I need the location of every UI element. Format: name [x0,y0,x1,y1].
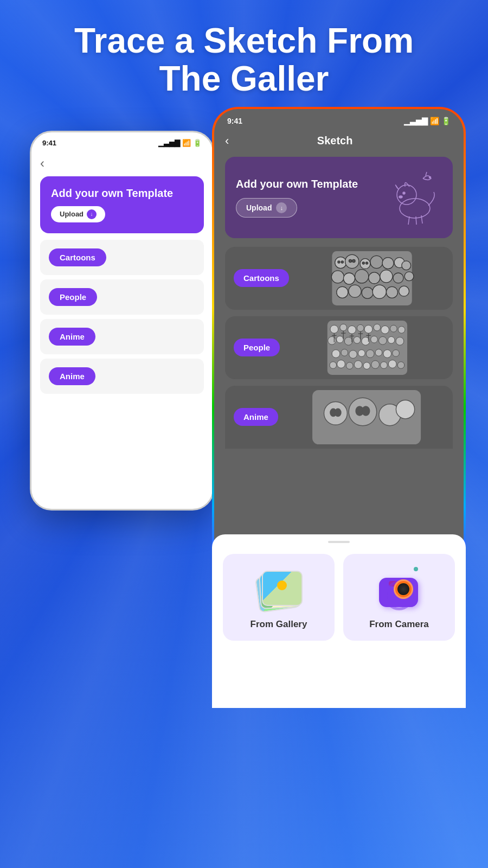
front-people-pill: People [234,339,280,356]
svg-point-37 [340,324,347,331]
svg-point-36 [330,325,338,333]
svg-point-34 [365,262,368,264]
svg-point-7 [429,176,431,178]
svg-point-39 [357,324,364,331]
svg-point-63 [337,360,345,368]
back-content: Add your own Template Upload ↓ Cartoons … [31,176,213,394]
svg-point-30 [341,261,343,263]
svg-point-33 [362,262,364,264]
svg-point-51 [379,336,387,344]
gallery-option-label: From Gallery [251,619,307,630]
svg-point-38 [348,326,356,334]
svg-point-65 [354,360,362,368]
svg-point-69 [389,360,397,368]
svg-point-56 [349,350,357,359]
camera-lens [394,579,413,599]
gallery-option[interactable]: From Gallery [223,554,335,641]
front-status-icons: ▁▃▅▇ 📶 🔋 [404,117,451,125]
front-anime-section[interactable]: Anime [225,386,453,449]
front-cartoons-section[interactable]: Cartoons [225,247,453,310]
back-status-icons: ▁▃▅▇ 📶 🔋 [158,139,202,147]
svg-point-26 [373,285,386,298]
svg-point-0 [400,199,430,218]
svg-point-66 [363,362,370,369]
camera-dot [414,567,418,571]
back-people-pill: People [49,288,97,306]
bottom-sheet: From Gallery [214,534,464,706]
back-status-bar: 9:41 ▁▃▅▇ 📶 🔋 [31,132,213,150]
front-phone-inner: 9:41 ▁▃▅▇ 📶 🔋 ‹ Sketch Add your own Temp… [214,109,464,706]
front-download-icon: ↓ [276,202,287,213]
front-battery-icon: 🔋 [441,117,451,125]
svg-point-48 [354,336,361,343]
people-sketch-svg [288,321,446,375]
back-upload-label: Upload [60,210,84,218]
sheet-handle [328,541,350,543]
front-header: ‹ Sketch [214,130,464,157]
back-category-anime1[interactable]: Anime [40,319,204,354]
svg-point-6 [399,196,402,198]
back-category-people[interactable]: People [40,279,204,315]
svg-point-44 [398,326,405,333]
front-back-button[interactable]: ‹ [225,134,229,148]
svg-point-70 [397,362,404,369]
front-anime-pill: Anime [234,408,278,426]
people-thumbnail [288,321,446,375]
front-signal-icon: ▁▃▅▇ [404,117,428,125]
svg-point-9 [335,257,346,268]
back-category-cartoons[interactable]: Cartoons [40,240,204,275]
svg-point-57 [358,349,365,356]
svg-point-64 [346,362,354,369]
svg-point-29 [338,261,340,263]
svg-line-3 [416,216,416,225]
svg-point-22 [404,272,414,281]
back-category-anime2[interactable]: Anime [40,359,204,394]
cartoons-sketch-svg [298,251,446,305]
svg-point-58 [366,349,374,358]
camera-option[interactable]: From Camera [343,554,455,641]
front-title: Sketch [237,135,432,147]
gallery-sun [277,580,287,590]
svg-point-17 [343,273,355,284]
camera-lens-inner [397,583,409,595]
front-wifi-icon: 📶 [430,117,439,125]
svg-line-2 [408,216,409,225]
svg-point-41 [374,324,381,331]
headline: Trace a Sketch From The Galler [42,22,446,98]
back-upload-button[interactable]: Upload ↓ [51,206,105,222]
svg-point-61 [393,349,400,356]
svg-point-13 [382,257,394,269]
back-button[interactable]: ‹ [31,150,213,176]
front-people-section[interactable]: People [225,316,453,379]
svg-point-21 [393,273,403,283]
front-illustration [377,168,442,227]
svg-point-10 [345,254,358,268]
back-add-card: Add your own Template Upload ↓ [40,176,204,233]
svg-point-25 [362,287,373,298]
front-upload-button[interactable]: Upload ↓ [236,198,297,218]
front-status-bar: 9:41 ▁▃▅▇ 📶 🔋 [214,109,464,130]
front-add-text: Add your own Template Upload ↓ [236,177,358,218]
svg-point-79 [362,406,369,416]
sheet-options: From Gallery [223,554,455,641]
front-add-card: Add your own Template Upload ↓ [225,157,453,238]
svg-point-18 [355,269,368,283]
back-anime1-pill: Anime [49,328,95,346]
svg-point-5 [403,192,405,194]
svg-point-67 [371,360,380,368]
back-phone: 9:41 ▁▃▅▇ 📶 🔋 ‹ Add your own Template Up… [30,131,214,510]
front-upload-label: Upload [246,203,272,212]
camera-option-label: From Camera [369,619,429,630]
headline-line2: The Galler [159,59,329,98]
front-time: 9:41 [227,117,242,125]
front-phone-border: 9:41 ▁▃▅▇ 📶 🔋 ‹ Sketch Add your own Temp… [212,107,466,708]
front-cartoons-pill: Cartoons [234,269,289,287]
svg-point-11 [360,258,370,269]
svg-point-59 [375,349,382,356]
back-cartoons-pill: Cartoons [49,248,106,266]
anime-sketch-svg [287,390,446,444]
back-download-icon: ↓ [87,209,97,219]
svg-point-19 [369,272,380,284]
svg-point-28 [399,286,409,296]
svg-point-47 [344,337,352,345]
